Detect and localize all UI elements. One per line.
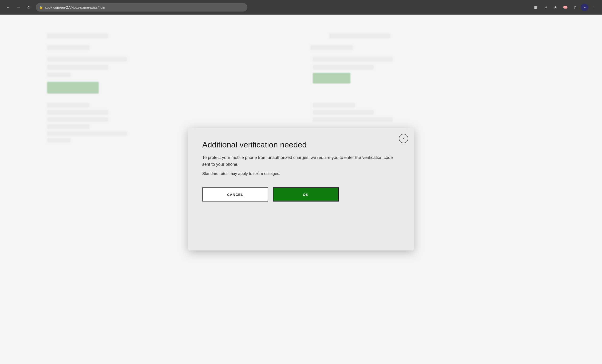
ok-button[interactable]: OK: [273, 187, 339, 202]
sidebar-button[interactable]: ▯: [571, 3, 580, 11]
lock-icon: 🔒: [39, 5, 43, 9]
profile-button[interactable]: −: [581, 3, 588, 11]
modal-close-button[interactable]: ×: [399, 134, 408, 143]
nav-buttons: ← → ↻: [4, 3, 33, 11]
cancel-button[interactable]: CANCEL: [202, 187, 268, 202]
extensions-button[interactable]: 🧠: [561, 3, 570, 11]
reload-button[interactable]: ↻: [24, 3, 33, 11]
modal-note: Standard rates may apply to text message…: [202, 171, 400, 176]
page-content: × Additional verification needed To prot…: [0, 15, 602, 364]
menu-button[interactable]: ⋮: [590, 3, 598, 11]
toolbar-actions: ▦ ➚ ★ 🧠 ▯ − ⋮: [531, 3, 598, 11]
url-text: xbox.com/en-ZA/xbox-game-pass#join: [45, 5, 105, 10]
address-bar[interactable]: 🔒 xbox.com/en-ZA/xbox-game-pass#join: [36, 3, 247, 11]
forward-button[interactable]: →: [14, 3, 22, 11]
modal-dialog: × Additional verification needed To prot…: [188, 128, 414, 250]
back-button[interactable]: ←: [4, 3, 12, 11]
browser-toolbar: ← → ↻ 🔒 xbox.com/en-ZA/xbox-game-pass#jo…: [0, 0, 602, 15]
modal-title: Additional verification needed: [202, 140, 400, 150]
modal-description: To protect your mobile phone from unauth…: [202, 154, 400, 168]
bookmark-button[interactable]: ★: [551, 3, 560, 11]
screenshot-button[interactable]: ▦: [531, 3, 540, 11]
modal-buttons: CANCEL OK: [202, 187, 400, 202]
close-icon: ×: [402, 136, 405, 141]
browser-frame: ← → ↻ 🔒 xbox.com/en-ZA/xbox-game-pass#jo…: [0, 0, 602, 364]
share-button[interactable]: ➚: [541, 3, 550, 11]
